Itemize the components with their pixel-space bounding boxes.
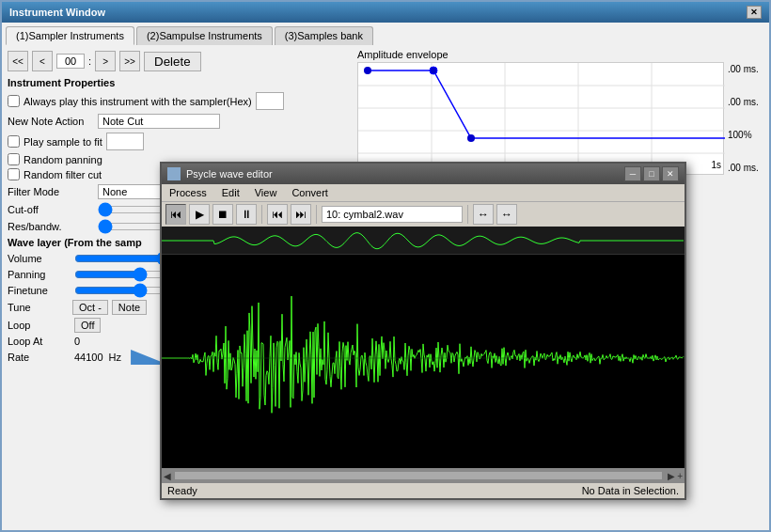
- finetune-label: Finetune: [8, 285, 69, 296]
- wave-title-buttons: ─ □ ✕: [624, 166, 679, 181]
- loop-button-1[interactable]: ↔: [473, 204, 494, 225]
- wave-menu-edit[interactable]: Edit: [218, 186, 244, 199]
- wave-title-bar: Psycle wave editor ─ □ ✕: [162, 164, 684, 184]
- play-sample-row: Play sample to fit 16: [8, 133, 352, 150]
- colon-label: :: [88, 55, 91, 67]
- wave-menu-view[interactable]: View: [251, 186, 281, 199]
- skip-forward-button[interactable]: ⏭: [291, 204, 311, 225]
- wave-menu-convert[interactable]: Convert: [288, 186, 332, 199]
- pause-button[interactable]: ⏸: [236, 204, 257, 225]
- tab-sampulse-instruments[interactable]: (2)Sampulse Instruments: [136, 26, 273, 45]
- amplitude-canvas: 1s: [357, 62, 724, 175]
- play-sample-label: Play sample to fit: [24, 136, 102, 148]
- new-note-dropdown[interactable]: Note Cut Note Off None Continue: [98, 114, 220, 129]
- time-label: 1s: [711, 160, 721, 170]
- instrument-window: Instrument Window ✕ (1)Sampler Instrumen…: [0, 0, 771, 532]
- oct-button[interactable]: Oct -: [72, 300, 108, 315]
- svg-point-10: [467, 134, 475, 142]
- wave-toolbar: ⏮ ▶ ⏹ ⏸ ⏮ ⏭ 10: cymbal2.wav ↔ ↔: [162, 201, 684, 227]
- loop-at-label: Loop At: [8, 336, 69, 347]
- tune-label: Tune: [8, 302, 69, 313]
- loop-label: Loop: [8, 320, 69, 331]
- close-button[interactable]: ✕: [747, 6, 762, 19]
- res-label: Res/bandw.: [8, 221, 92, 232]
- new-note-row: New Note Action Note Cut Note Off None C…: [8, 114, 352, 129]
- toolbar-separator-2: [316, 205, 317, 224]
- note-button[interactable]: Note: [112, 300, 147, 315]
- toolbar-separator: [261, 205, 262, 224]
- wave-menu-process[interactable]: Process: [165, 186, 211, 199]
- wave-editor-inner: Psycle wave editor ─ □ ✕ Process Edit Vi…: [162, 164, 684, 498]
- svg-point-8: [364, 67, 371, 74]
- wave-close-button[interactable]: ✕: [662, 166, 679, 181]
- tab-samples-bank[interactable]: (3)Samples bank: [275, 26, 373, 45]
- hex-input[interactable]: [256, 92, 284, 110]
- wave-status-left: Ready: [167, 485, 197, 496]
- panning-label: Panning: [8, 269, 69, 280]
- right-labels: .00 ms. .00 ms. 100% .00 ms.: [724, 62, 763, 175]
- random-panning-checkbox[interactable]: [8, 153, 20, 165]
- forward-button[interactable]: >>: [119, 51, 140, 71]
- wave-editor-title: Psycle wave editor: [186, 168, 273, 180]
- waveform-overview: [162, 227, 684, 255]
- waveform-area: ◀ ▶ +: [162, 227, 684, 483]
- loop-at-value: 0: [74, 336, 80, 347]
- tab-sampler-instruments[interactable]: (1)Sampler Instruments: [6, 26, 134, 45]
- stop-button[interactable]: ⏹: [212, 204, 233, 225]
- wave-status-bar: Ready No Data in Selection.: [162, 483, 684, 498]
- play-back-to-start-button[interactable]: ⏮: [165, 204, 186, 225]
- new-note-dropdown-wrapper: Note Cut Note Off None Continue: [98, 114, 220, 129]
- wave-minimize-button[interactable]: ─: [624, 166, 641, 181]
- always-play-row: Always play this instrument with the sam…: [8, 92, 352, 110]
- svg-point-9: [430, 67, 437, 74]
- scrollbar-track: [175, 472, 662, 479]
- cutoff-label: Cut-off: [8, 204, 92, 215]
- waveform-main: [162, 255, 684, 468]
- prev-button[interactable]: <: [32, 51, 53, 71]
- toolbar-separator-3: [467, 205, 468, 224]
- delete-button[interactable]: Delete: [144, 52, 201, 71]
- hz-label: Hz: [109, 352, 121, 363]
- filter-mode-label: Filter Mode: [8, 186, 92, 197]
- file-dropdown-wrapper: 10: cymbal2.wav: [322, 206, 463, 223]
- rate-value: 44100: [74, 352, 103, 363]
- wave-editor-window: Psycle wave editor ─ □ ✕ Process Edit Vi…: [160, 162, 686, 500]
- wave-menu-bar: Process Edit View Convert: [162, 184, 684, 201]
- file-dropdown[interactable]: 10: cymbal2.wav: [322, 206, 463, 223]
- wave-scrollbar[interactable]: ◀ ▶ +: [162, 468, 684, 483]
- amplitude-svg: [358, 63, 725, 176]
- play-button[interactable]: ▶: [189, 204, 210, 225]
- wave-title-left: Psycle wave editor: [167, 167, 273, 180]
- rewind-button[interactable]: <<: [8, 51, 28, 71]
- right-label-2: 100%: [728, 130, 759, 140]
- title-bar: Instrument Window ✕: [2, 2, 769, 23]
- play-value-input[interactable]: 16: [106, 133, 144, 150]
- right-label-3: .00 ms.: [728, 163, 759, 173]
- scrollbar-thumb[interactable]: [175, 472, 662, 479]
- window-title: Instrument Window: [9, 7, 105, 18]
- skip-back-button[interactable]: ⏮: [267, 204, 288, 225]
- tab-bar: (1)Sampler Instruments (2)Sampulse Instr…: [2, 23, 769, 45]
- always-play-label: Always play this instrument with the sam…: [24, 96, 252, 107]
- random-filter-checkbox[interactable]: [8, 168, 20, 180]
- loop-value-button[interactable]: Off: [74, 318, 101, 333]
- wave-status-right: No Data in Selection.: [582, 485, 679, 496]
- new-note-label: New Note Action: [8, 116, 92, 127]
- amplitude-label: Amplitude envelope: [357, 49, 765, 60]
- play-sample-checkbox[interactable]: [8, 135, 20, 148]
- right-label-0: .00 ms.: [728, 64, 759, 74]
- num-display: 00: [56, 54, 85, 69]
- wave-editor-icon: [167, 167, 181, 180]
- loop-button-2[interactable]: ↔: [496, 204, 517, 225]
- random-filter-label: Random filter cut: [24, 169, 102, 180]
- main-waveform-canvas: [162, 255, 684, 462]
- rate-label: Rate: [8, 352, 69, 363]
- next-button[interactable]: >: [95, 51, 116, 71]
- random-panning-label: Random panning: [24, 154, 102, 165]
- wave-maximize-button[interactable]: □: [643, 166, 660, 181]
- volume-label: Volume: [8, 253, 69, 264]
- nav-controls: << < 00 : > >> Delete: [6, 49, 354, 73]
- always-play-checkbox[interactable]: [8, 95, 20, 107]
- instrument-props-label: Instrument Properties: [8, 77, 352, 88]
- overview-canvas: [162, 227, 684, 255]
